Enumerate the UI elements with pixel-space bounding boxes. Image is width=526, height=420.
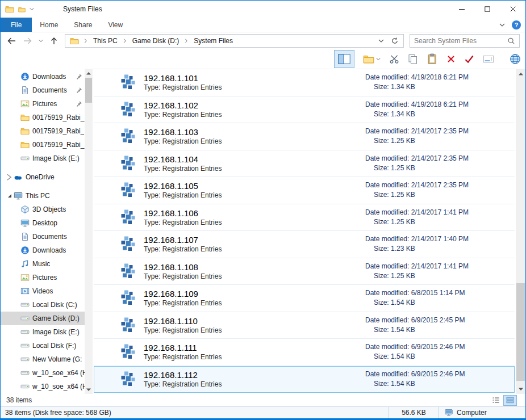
sidebar-item-label: Documents — [32, 86, 67, 94]
file-row[interactable]: 192.168.1.101Type: Registration EntriesD… — [94, 69, 515, 96]
sidebar-item-this-pc[interactable]: This PC — [1, 189, 93, 203]
forward-button[interactable] — [20, 33, 35, 48]
delete-button[interactable] — [446, 54, 456, 64]
file-date-modified: Date modified: 6/9/2015 2:46 PM — [365, 342, 465, 352]
sidebar-item-game-disk-d[interactable]: Game Disk (D:) — [1, 312, 93, 325]
file-date-modified: Date modified: 4/19/2018 6:21 PM — [365, 73, 469, 82]
rename-icon — [483, 53, 494, 65]
search-icon[interactable] — [507, 37, 515, 45]
sidebar-item-onedrive[interactable]: OneDrive — [1, 170, 93, 184]
sidebar-item-w-10-soe-x64-h[interactable]: w_10_soe_x64 (H:) — [1, 380, 93, 393]
sidebar-item-downloads[interactable]: Downloads — [1, 243, 93, 257]
search-input[interactable] — [414, 37, 507, 45]
file-date-modified: Date modified: 6/9/2015 2:46 PM — [365, 369, 465, 379]
sidebar-item-music[interactable]: Music — [1, 257, 93, 271]
file-date-modified: Date modified: 2/14/2017 1:41 PM — [365, 262, 469, 271]
sidebar-item-00175919-rabi-s[interactable]: 00175919_Rabi_S — [1, 111, 93, 124]
file-row[interactable]: 192.168.1.105Type: Registration EntriesD… — [94, 177, 515, 204]
breadcrumb-chevron-icon[interactable] — [123, 39, 127, 43]
file-row[interactable]: 192.168.1.110Type: Registration EntriesD… — [94, 312, 515, 339]
minimize-button[interactable] — [449, 1, 474, 18]
file-row[interactable]: 192.168.1.106Type: Registration EntriesD… — [94, 204, 515, 232]
sidebar-item-label: Local Disk (C:) — [32, 301, 77, 309]
sidebar-item-local-disk-c[interactable]: Local Disk (C:) — [1, 298, 93, 312]
list-scroll-up-button[interactable] — [516, 69, 525, 78]
sidebar-item-new-volume-g[interactable]: New Volume (G: — [1, 352, 93, 366]
sidebar-item-pictures[interactable]: Pictures — [1, 271, 93, 284]
copy-button[interactable] — [408, 54, 418, 64]
paste-button[interactable] — [427, 53, 438, 65]
sidebar-item-label: 00175919_Rabi_S — [32, 114, 89, 121]
breadcrumb-item-game-disk-d[interactable]: Game Disk (D:) — [132, 37, 180, 45]
file-text: 192.168.1.104Type: Registration Entries — [144, 154, 222, 173]
sidebar-item-pictures[interactable]: Pictures — [1, 97, 93, 111]
file-type: Type: Registration Entries — [144, 165, 222, 173]
forward-arrow-icon — [23, 36, 33, 46]
sidebar-scroll-down-button[interactable] — [85, 385, 93, 394]
expander-expand-icon[interactable] — [6, 174, 12, 180]
sidebar-scrollbar-thumb[interactable] — [85, 78, 92, 103]
breadcrumb-item-this-pc[interactable]: This PC — [93, 37, 118, 45]
file-size: Size: 1.25 KB — [365, 271, 469, 281]
qat-customize-chevron-icon[interactable] — [30, 7, 34, 11]
file-row[interactable]: 192.168.1.111Type: Registration EntriesD… — [94, 339, 515, 366]
sidebar-item-desktop[interactable]: Desktop — [1, 216, 93, 230]
tab-view[interactable]: View — [100, 18, 131, 32]
up-button[interactable] — [47, 33, 61, 48]
file-name: 192.168.1.111 — [144, 343, 222, 352]
ribbon-collapse-chevron-icon[interactable] — [499, 22, 505, 28]
file-row[interactable]: 192.168.1.112Type: Registration EntriesD… — [94, 366, 515, 393]
sidebar-item-documents[interactable]: Documents — [1, 230, 93, 243]
file-row[interactable]: 192.168.1.102Type: Registration EntriesD… — [94, 96, 515, 124]
sidebar-item-local-disk-f[interactable]: Local Disk (F:) — [1, 339, 93, 352]
cut-button[interactable] — [389, 54, 399, 64]
list-scrollbar-thumb[interactable] — [516, 283, 525, 381]
help-button[interactable]: ? — [512, 20, 521, 30]
close-button[interactable] — [500, 1, 525, 18]
file-date-modified: Date modified: 6/8/2015 1:14 PM — [365, 288, 465, 298]
sidebar-item-3d-objects[interactable]: 3D Objects — [1, 203, 93, 216]
back-button[interactable] — [4, 33, 19, 48]
view-details-button[interactable] — [490, 396, 502, 405]
file-row[interactable]: 192.168.1.104Type: Registration EntriesD… — [94, 150, 515, 178]
recent-locations-button[interactable] — [37, 33, 45, 48]
desktop-icon — [20, 219, 30, 228]
file-row[interactable]: 192.168.1.109Type: Registration EntriesD… — [94, 285, 515, 312]
sidebar-item-videos[interactable]: Videos — [1, 284, 93, 298]
sidebar-item-downloads[interactable]: Downloads — [1, 70, 93, 83]
file-text: 192.168.1.110Type: Registration Entries — [144, 316, 222, 334]
status-bar: 38 items — [1, 394, 525, 406]
file-row[interactable]: 192.168.1.108Type: Registration EntriesD… — [94, 258, 515, 285]
breadcrumb-chevron-icon[interactable] — [184, 39, 189, 43]
address-dropdown-chevron-icon[interactable] — [378, 38, 384, 44]
sidebar-scroll-up-button[interactable] — [85, 69, 93, 77]
tab-file[interactable]: File — [1, 18, 32, 32]
sidebar-item-image-disk-e[interactable]: Image Disk (E:) — [1, 152, 93, 165]
breadcrumb-chevron-icon[interactable] — [84, 39, 88, 43]
new-item-button[interactable] — [363, 53, 381, 65]
breadcrumb-item-system-files[interactable]: System Files — [193, 37, 233, 45]
qat-folder-icon[interactable] — [18, 6, 26, 13]
tab-share[interactable]: Share — [66, 18, 100, 32]
preview-pane-button[interactable] — [334, 50, 354, 68]
sidebar-item-00175919-rabi[interactable]: 00175919_Rabi_ — [1, 124, 93, 138]
file-row[interactable]: 192.168.1.107Type: Registration EntriesD… — [94, 231, 515, 258]
sidebar-item-image-disk-e[interactable]: Image Disk (E:) — [1, 325, 93, 339]
confirm-button[interactable] — [464, 54, 474, 64]
address-bar[interactable]: This PCGame Disk (D:)System Files — [65, 34, 404, 48]
file-row[interactable]: 192.168.1.103Type: Registration EntriesD… — [94, 123, 515, 150]
refresh-icon[interactable] — [391, 37, 399, 45]
drive-icon — [20, 154, 30, 163]
globe-button[interactable] — [510, 53, 521, 65]
sidebar-item-w-10-soe-x64-h[interactable]: w_10_soe_x64 (H — [1, 366, 93, 380]
view-content-button[interactable] — [504, 396, 516, 405]
expander-collapse-icon[interactable] — [6, 193, 12, 199]
maximize-button[interactable] — [474, 1, 500, 18]
sidebar-item-00175919-rabi-s[interactable]: 00175919_Rabi_S — [1, 138, 93, 152]
list-scroll-down-button[interactable] — [516, 384, 525, 394]
file-name: 192.168.1.107 — [144, 235, 222, 245]
tab-home[interactable]: Home — [32, 18, 66, 32]
sidebar-item-documents[interactable]: Documents — [1, 83, 93, 97]
pin-icon — [76, 100, 82, 107]
rename-button[interactable] — [483, 53, 494, 65]
